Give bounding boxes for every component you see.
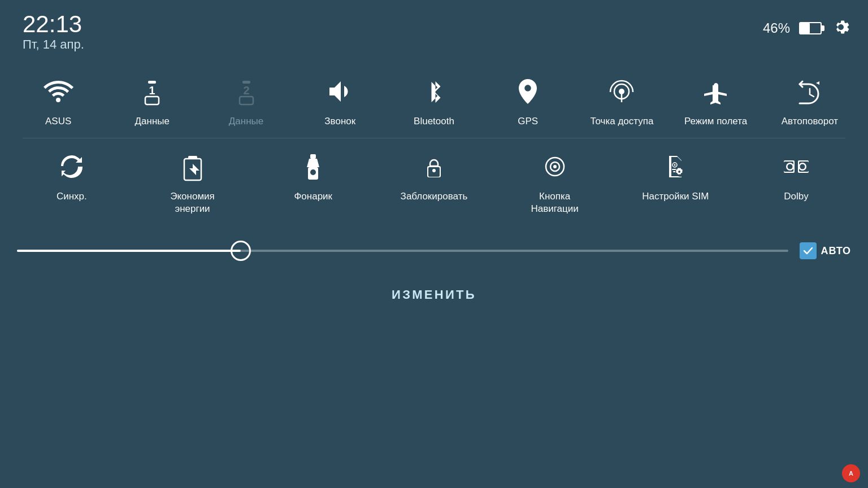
- toggle-data1[interactable]: 1 Данные: [112, 69, 192, 132]
- brightness-fill: [17, 250, 241, 252]
- svg-point-19: [432, 169, 436, 172]
- header: 22:13 Пт, 14 апр. 46%: [0, 0, 868, 58]
- toggle-wifi-label: ASUS: [45, 115, 71, 128]
- svg-marker-13: [307, 159, 319, 167]
- clock-time: 22:13: [23, 11, 84, 37]
- battery-percentage: 46%: [763, 20, 790, 36]
- brightness-slider[interactable]: [17, 250, 788, 252]
- toggle-sound[interactable]: Звонок: [301, 69, 380, 132]
- svg-point-24: [674, 164, 676, 166]
- svg-rect-12: [310, 154, 316, 159]
- toggles-row-1: ASUS 1 Данные 2 Данные: [11, 63, 857, 138]
- asus-logo: A: [842, 464, 860, 482]
- svg-rect-2: [145, 97, 159, 104]
- toggles-row-2: Синхр. Экономия энергии: [11, 138, 857, 225]
- toggle-dolby[interactable]: Dolby: [757, 144, 836, 207]
- svg-point-33: [800, 164, 805, 169]
- toggle-nav-button[interactable]: Кнопка Навигации: [515, 144, 594, 220]
- nav-button-icon: [537, 149, 573, 185]
- toggle-airplane-label: Режим полета: [684, 115, 747, 128]
- toggle-flashlight[interactable]: Фонарик: [274, 144, 353, 207]
- toggle-data2[interactable]: 2 Данные: [207, 69, 286, 132]
- gps-icon: [510, 73, 546, 110]
- data1-icon: 1: [134, 73, 170, 110]
- settings-icon[interactable]: [831, 17, 851, 40]
- toggle-sync[interactable]: Синхр.: [32, 144, 111, 207]
- toggle-hotspot[interactable]: Точка доступа: [582, 69, 661, 132]
- svg-rect-5: [240, 97, 253, 104]
- toggle-lock-screen[interactable]: Заблокировать: [394, 144, 474, 207]
- toggle-sim-settings[interactable]: Настройки SIM: [636, 144, 715, 207]
- dolby-icon: [778, 149, 814, 185]
- toggle-gps[interactable]: GPS: [488, 69, 567, 132]
- toggle-data2-label: Данные: [229, 115, 263, 128]
- toggle-battery-saver-label: Экономия энергии: [158, 190, 228, 215]
- svg-marker-9: [816, 81, 819, 85]
- toggle-rotate[interactable]: Автоповорот: [770, 69, 849, 132]
- toggle-bluetooth-label: Bluetooth: [414, 115, 454, 128]
- toggle-sync-label: Синхр.: [57, 190, 87, 203]
- bluetooth-icon: [416, 73, 452, 110]
- change-section: ИЗМЕНИТЬ: [0, 282, 868, 308]
- data2-icon: 2: [228, 73, 264, 110]
- svg-text:1: 1: [149, 84, 155, 97]
- sim-settings-icon: [657, 149, 693, 185]
- battery-fill: [800, 23, 810, 33]
- airplane-icon: [698, 73, 734, 110]
- svg-point-15: [310, 169, 316, 175]
- clock-date: Пт, 14 апр.: [23, 37, 84, 52]
- lock-screen-icon: [416, 149, 452, 185]
- status-block: 46%: [763, 11, 851, 40]
- auto-label-text: АВТО: [821, 245, 851, 257]
- toggle-data1-label: Данные: [135, 115, 170, 128]
- toggle-sound-label: Звонок: [324, 115, 355, 128]
- svg-point-22: [553, 165, 557, 168]
- sync-icon: [54, 149, 90, 185]
- toggle-gps-label: GPS: [518, 115, 538, 128]
- auto-brightness-toggle[interactable]: АВТО: [800, 242, 851, 259]
- toggle-dolby-label: Dolby: [784, 190, 808, 203]
- sound-icon: [322, 73, 358, 110]
- change-button[interactable]: ИЗМЕНИТЬ: [369, 282, 499, 308]
- rotate-icon: [792, 73, 828, 110]
- toggle-lock-screen-label: Заблокировать: [401, 190, 468, 203]
- brightness-section: АВТО: [0, 231, 868, 271]
- svg-rect-0: [148, 81, 156, 84]
- toggle-bluetooth[interactable]: Bluetooth: [394, 69, 474, 132]
- toggle-rotate-label: Автоповорот: [782, 115, 838, 128]
- toggles-section: ASUS 1 Данные 2 Данные: [0, 58, 868, 225]
- toggle-sim-settings-label: Настройки SIM: [642, 190, 709, 203]
- toggle-flashlight-label: Фонарик: [294, 190, 332, 203]
- hotspot-icon: [604, 73, 640, 110]
- svg-text:2: 2: [243, 84, 249, 97]
- toggle-wifi[interactable]: ASUS: [19, 69, 98, 132]
- wifi-icon: [40, 73, 76, 110]
- time-block: 22:13 Пт, 14 апр.: [23, 11, 84, 52]
- toggle-battery-saver[interactable]: Экономия энергии: [153, 144, 232, 220]
- svg-point-31: [788, 164, 793, 169]
- toggle-nav-button-label: Кнопка Навигации: [520, 190, 590, 215]
- brightness-thumb[interactable]: [231, 241, 251, 261]
- flashlight-icon: [295, 149, 331, 185]
- svg-rect-3: [242, 81, 250, 84]
- toggle-airplane[interactable]: Режим полета: [676, 69, 756, 132]
- auto-checkbox[interactable]: [800, 242, 817, 259]
- battery-saver-icon: [175, 149, 211, 185]
- toggle-hotspot-label: Точка доступа: [590, 115, 653, 128]
- battery-icon: [799, 22, 822, 34]
